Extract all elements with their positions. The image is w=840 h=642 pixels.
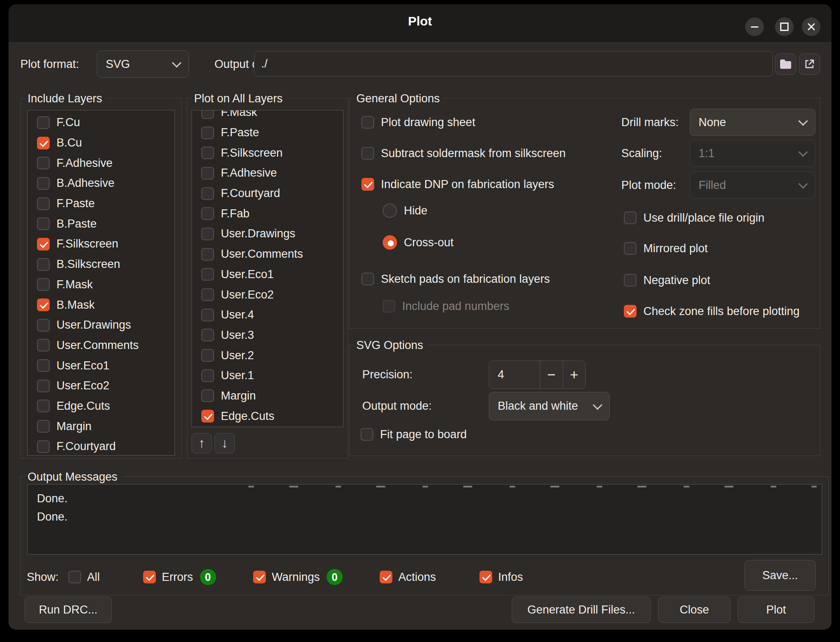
checkbox[interactable] — [201, 389, 214, 402]
checkbox[interactable] — [201, 410, 214, 422]
checkbox[interactable] — [201, 248, 214, 261]
checkbox[interactable] — [253, 571, 266, 583]
checkbox[interactable] — [361, 178, 374, 191]
layer-row[interactable]: F.Silkscreen — [192, 143, 343, 163]
layer-row[interactable]: F.Cu — [28, 113, 175, 133]
fit-page-option[interactable]: Fit page to board — [361, 427, 467, 442]
layer-row[interactable]: User.2 — [192, 345, 343, 366]
checkbox[interactable] — [37, 400, 50, 412]
checkbox[interactable] — [479, 571, 492, 583]
checkbox[interactable] — [201, 349, 214, 362]
layer-row[interactable]: Margin — [192, 386, 343, 406]
checkbox[interactable] — [37, 420, 50, 433]
checkbox[interactable] — [37, 157, 50, 169]
layer-row[interactable]: F.Mask — [28, 275, 175, 295]
layer-row[interactable]: User.Eco2 — [192, 284, 343, 305]
layer-row[interactable]: B.Adhesive — [28, 173, 175, 194]
checkbox[interactable] — [624, 305, 637, 318]
layer-row[interactable]: User.1 — [192, 366, 343, 386]
checkbox[interactable] — [380, 571, 392, 583]
precision-value[interactable]: 4 — [489, 361, 540, 389]
checkbox[interactable] — [361, 273, 374, 285]
layer-row[interactable]: Edge.Cuts — [192, 406, 343, 426]
maximize-button[interactable] — [775, 17, 794, 36]
checkbox[interactable] — [201, 369, 214, 382]
plot-format-select[interactable]: SVG — [97, 51, 189, 78]
checkbox[interactable] — [624, 211, 637, 224]
checkbox[interactable] — [37, 339, 50, 352]
dnp-crossout-radio[interactable]: Cross-out — [383, 235, 454, 250]
radio-button[interactable] — [383, 235, 397, 250]
layer-row[interactable]: F.Paste — [192, 123, 343, 143]
open-external-button[interactable] — [799, 54, 820, 75]
checkbox[interactable] — [624, 274, 637, 287]
filter-warnings[interactable]: Warnings 0 — [253, 565, 343, 589]
layer-row[interactable]: F.Silkscreen — [28, 234, 175, 254]
output-directory-input[interactable] — [254, 51, 773, 76]
checkbox[interactable] — [37, 238, 50, 251]
mirrored-plot-option[interactable]: Mirrored plot — [624, 241, 708, 256]
checkbox[interactable] — [201, 228, 214, 240]
layer-row[interactable]: F.Courtyard — [28, 436, 175, 456]
checkbox[interactable] — [201, 268, 214, 281]
checkbox[interactable] — [361, 116, 374, 129]
output-messages-box[interactable]: Done. Done. — [27, 484, 822, 555]
layer-row[interactable]: B.Mask — [28, 295, 175, 315]
layer-row[interactable]: F.Courtyard — [192, 183, 343, 204]
negative-plot-option[interactable]: Negative plot — [624, 273, 710, 288]
checkbox[interactable] — [37, 298, 50, 311]
layer-row[interactable]: User.Eco2 — [28, 376, 175, 396]
checkbox[interactable] — [68, 571, 81, 583]
indicate-dnp-option[interactable]: Indicate DNP on fabrication layers — [361, 177, 554, 192]
layer-row[interactable]: User.Drawings — [28, 315, 175, 335]
layer-row[interactable]: User.4 — [192, 305, 343, 325]
layer-row[interactable]: F.Adhesive — [28, 153, 175, 173]
drill-marks-select[interactable]: None — [690, 109, 815, 136]
plot-drawing-sheet-option[interactable]: Plot drawing sheet — [361, 115, 475, 130]
close-dialog-button[interactable]: Close — [658, 597, 730, 623]
close-button[interactable] — [802, 17, 820, 36]
checkbox[interactable] — [361, 428, 373, 441]
checkbox[interactable] — [201, 288, 214, 301]
filter-all[interactable]: All — [68, 565, 100, 589]
radio-button[interactable] — [383, 203, 397, 218]
check-zone-fills-option[interactable]: Check zone fills before plotting — [624, 304, 800, 319]
move-layer-down-button[interactable]: ↓ — [214, 433, 235, 453]
checkbox[interactable] — [37, 116, 50, 129]
checkbox[interactable] — [201, 187, 214, 200]
checkbox[interactable] — [37, 197, 50, 210]
precision-increment-button[interactable]: + — [563, 361, 585, 389]
precision-decrement-button[interactable]: − — [540, 361, 562, 389]
checkbox[interactable] — [37, 359, 50, 372]
checkbox[interactable] — [201, 207, 214, 220]
checkbox[interactable] — [201, 167, 214, 180]
checkbox[interactable] — [37, 137, 50, 149]
checkbox[interactable] — [201, 329, 214, 341]
layer-row[interactable]: User.Eco1 — [192, 265, 343, 285]
checkbox[interactable] — [37, 217, 50, 230]
layer-row[interactable]: B.Paste — [28, 214, 175, 234]
checkbox[interactable] — [37, 278, 50, 291]
checkbox[interactable] — [37, 380, 50, 392]
checkbox[interactable] — [37, 319, 50, 332]
layer-row[interactable]: F.Mask — [192, 110, 343, 123]
minimize-button[interactable] — [745, 17, 764, 36]
layer-row[interactable]: F.Fab — [192, 203, 343, 224]
browse-folder-button[interactable] — [775, 54, 796, 75]
checkbox[interactable] — [361, 147, 374, 160]
checkbox[interactable] — [37, 440, 50, 453]
plot-on-all-layers-list[interactable]: F.Mask F.Paste F.Silkscreen F.Adhesive F… — [192, 110, 344, 427]
plot-button[interactable]: Plot — [738, 597, 815, 623]
checkbox[interactable] — [201, 309, 214, 321]
layer-row[interactable]: F.Adhesive — [192, 163, 343, 183]
precision-spinner[interactable]: 4 − + — [489, 360, 586, 389]
run-drc-button[interactable]: Run DRC... — [25, 597, 112, 623]
dnp-hide-radio[interactable]: Hide — [383, 203, 428, 218]
filter-actions[interactable]: Actions — [380, 565, 436, 589]
checkbox[interactable] — [201, 127, 214, 139]
filter-infos[interactable]: Infos — [479, 565, 523, 589]
checkbox[interactable] — [624, 242, 637, 255]
move-layer-up-button[interactable]: ↑ — [192, 433, 212, 453]
checkbox[interactable] — [37, 177, 50, 190]
output-mode-select[interactable]: Black and white — [489, 392, 610, 420]
